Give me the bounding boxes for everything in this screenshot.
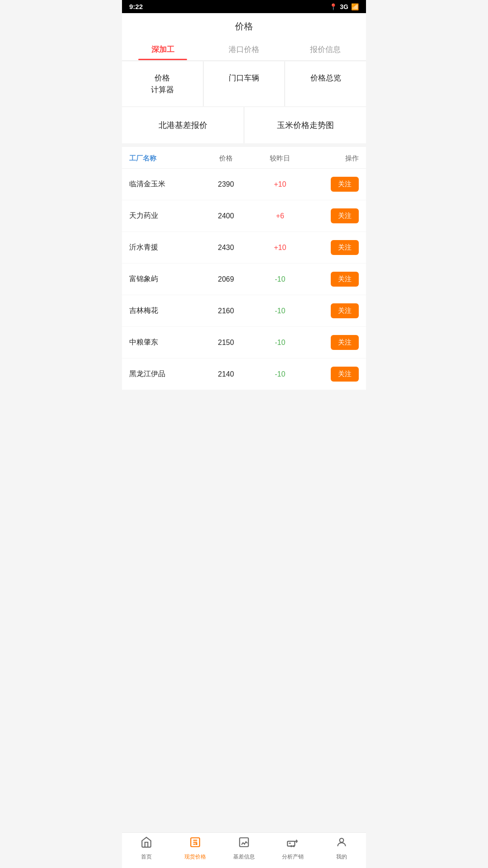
row-factory-name: 富锦象屿 [129, 274, 202, 284]
quick-item-price-calculator[interactable]: 价格 计算器 [122, 61, 203, 106]
table-row: 黑龙江伊品 2140 -10 关注 [122, 359, 366, 390]
follow-button[interactable]: 关注 [331, 240, 359, 255]
row-action: 关注 [310, 272, 359, 287]
row-action: 关注 [310, 367, 359, 382]
page-header: 价格 [122, 13, 366, 39]
row-price: 2069 [202, 275, 251, 283]
table-header: 工厂名称 价格 较昨日 操作 [122, 147, 366, 169]
tab-port-price[interactable]: 港口价格 [203, 39, 285, 60]
quick-menu: 价格 计算器 门口车辆 价格总览 [122, 61, 366, 106]
table-row: 中粮肇东 2150 -10 关注 [122, 327, 366, 359]
table-row: 天力药业 2400 +6 关注 [122, 200, 366, 232]
header-price: 价格 [202, 154, 251, 163]
follow-button[interactable]: 关注 [331, 303, 359, 318]
row-factory-name: 吉林梅花 [129, 306, 202, 316]
follow-button[interactable]: 关注 [331, 208, 359, 223]
row-change: +6 [251, 212, 310, 220]
status-right: 📍 3G 📶 [329, 3, 359, 10]
second-menu: 北港基差报价 玉米价格走势图 [122, 107, 366, 143]
row-change: -10 [251, 370, 310, 378]
row-action: 关注 [310, 335, 359, 350]
row-price: 2160 [202, 307, 251, 315]
second-item-begang-basis[interactable]: 北港基差报价 [122, 107, 244, 143]
signal-icon: 📶 [351, 3, 359, 10]
row-action: 关注 [310, 240, 359, 255]
header-change: 较昨日 [251, 154, 310, 163]
row-price: 2140 [202, 370, 251, 378]
row-change: -10 [251, 339, 310, 347]
table-row: 沂水青援 2430 +10 关注 [122, 232, 366, 264]
row-change: -10 [251, 307, 310, 315]
follow-button[interactable]: 关注 [331, 272, 359, 287]
table-row: 富锦象屿 2069 -10 关注 [122, 264, 366, 295]
network-icon: 📍 [329, 3, 337, 10]
second-item-corn-trend[interactable]: 玉米价格走势图 [244, 107, 366, 143]
row-price: 2400 [202, 212, 251, 220]
row-factory-name: 黑龙江伊品 [129, 369, 202, 379]
page-title: 价格 [122, 20, 366, 39]
row-price: 2150 [202, 339, 251, 347]
network-label: 3G [340, 3, 348, 10]
table-body: 临清金玉米 2390 +10 关注 天力药业 2400 +6 关注 沂水青援 2… [122, 169, 366, 390]
header-action: 操作 [310, 154, 359, 163]
row-factory-name: 中粮肇东 [129, 338, 202, 347]
quick-item-gate-vehicle[interactable]: 门口车辆 [204, 61, 285, 106]
tab-deep-processing[interactable]: 深加工 [122, 39, 203, 60]
row-change: +10 [251, 244, 310, 252]
row-price: 2390 [202, 180, 251, 189]
row-factory-name: 临清金玉米 [129, 179, 202, 189]
row-action: 关注 [310, 177, 359, 192]
follow-button[interactable]: 关注 [331, 367, 359, 382]
price-table: 工厂名称 价格 较昨日 操作 临清金玉米 2390 +10 关注 天力药业 24… [122, 147, 366, 390]
header-name: 工厂名称 [129, 154, 202, 163]
row-factory-name: 沂水青援 [129, 243, 202, 252]
row-action: 关注 [310, 208, 359, 223]
tab-quote-info[interactable]: 报价信息 [285, 39, 366, 60]
follow-button[interactable]: 关注 [331, 177, 359, 192]
follow-button[interactable]: 关注 [331, 335, 359, 350]
tab-bar: 深加工 港口价格 报价信息 [122, 39, 366, 61]
row-change: -10 [251, 275, 310, 283]
status-time: 9:22 [129, 3, 143, 10]
status-bar: 9:22 📍 3G 📶 [122, 0, 366, 13]
row-action: 关注 [310, 303, 359, 318]
row-change: +10 [251, 180, 310, 189]
quick-item-price-overview[interactable]: 价格总览 [285, 61, 366, 106]
table-row: 吉林梅花 2160 -10 关注 [122, 295, 366, 327]
row-price: 2430 [202, 244, 251, 252]
table-row: 临清金玉米 2390 +10 关注 [122, 169, 366, 200]
row-factory-name: 天力药业 [129, 211, 202, 221]
